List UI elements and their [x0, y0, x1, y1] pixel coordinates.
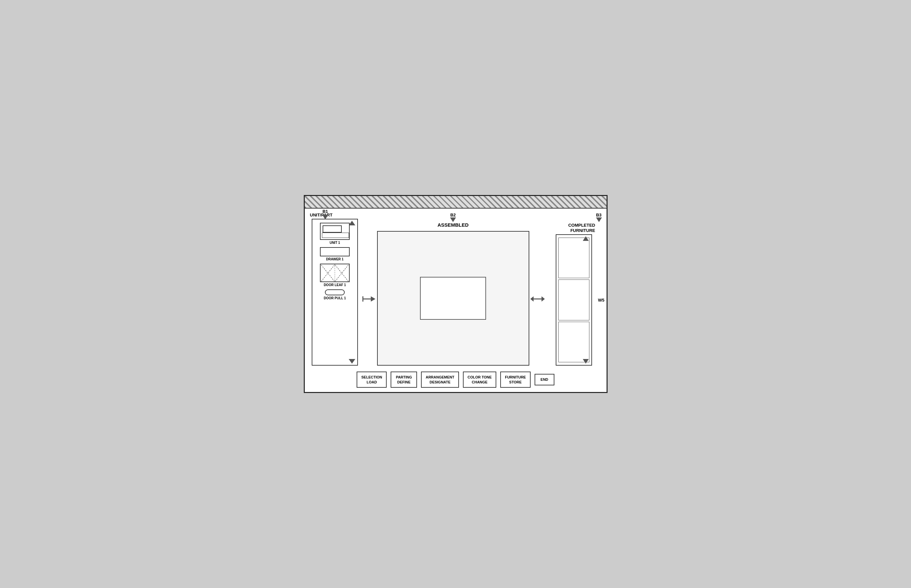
unit1-item[interactable]: UNIT 1	[315, 223, 354, 244]
selection-load-button[interactable]: SELECTION LOAD	[357, 372, 387, 388]
door-leaf1-label: DOOR LEAF 1	[324, 283, 346, 287]
right-scroll-panel: W5	[556, 234, 592, 366]
right-panel: B3 COMPLETED FURNITURE	[546, 213, 602, 366]
svg-marker-9	[530, 296, 534, 302]
furniture-section-2	[558, 279, 589, 320]
right-scroll-down[interactable]	[583, 359, 589, 363]
completed-label-line2: FURNITURE	[568, 228, 595, 233]
end-button[interactable]: END	[535, 374, 554, 385]
panel-items: UNIT 1 DRAWER 1	[312, 220, 357, 365]
unit1-label: UNIT 1	[330, 241, 340, 244]
door-pull1-label: DOOR PULL 1	[324, 296, 346, 300]
b1-arrow-down	[322, 215, 328, 220]
right-panel-labels: B3 COMPLETED FURNITURE	[546, 213, 602, 233]
drawer1-item[interactable]: DRAWER 1	[315, 247, 354, 261]
bottom-bar: SELECTION LOAD PARTING DEFINE ARRANGEMEN…	[305, 367, 607, 392]
w5-label: W5	[598, 298, 605, 302]
assembled-panel	[377, 231, 529, 366]
hatch-bar	[305, 196, 607, 208]
door-pull1-item[interactable]: DOOR PULL 1	[315, 289, 354, 300]
left-panel: UNIT/PART B1 UNIT 1	[309, 213, 361, 366]
furniture-section-3	[558, 322, 589, 362]
door-leaf1-shape	[320, 263, 350, 282]
assembled-label: ASSEMBLED	[437, 222, 469, 228]
drawer1-shape	[320, 247, 350, 256]
unit1-shape	[320, 223, 350, 240]
scroll-down-arrow[interactable]	[349, 359, 355, 363]
b3-arrow	[596, 218, 602, 222]
color-tone-change-button[interactable]: COLOR TONE CHANGE	[463, 372, 496, 388]
furniture-section-1	[558, 237, 589, 278]
parting-define-button[interactable]: PARTING DEFINE	[391, 372, 417, 388]
furniture-store-button[interactable]: FURNITURE STORE	[500, 372, 531, 388]
unit-part-label: UNIT/PART	[310, 213, 332, 218]
assembled-inner	[420, 277, 486, 320]
arrow-right	[361, 232, 377, 366]
arrangement-designate-button[interactable]: ARRANGEMENT DESIGNATE	[421, 372, 459, 388]
main-window: UNIT/PART B1 UNIT 1	[304, 195, 608, 393]
b2-label: B2	[450, 213, 456, 218]
unit1-seat	[322, 233, 349, 238]
door-svg	[320, 264, 349, 282]
right-panel-furniture	[557, 235, 591, 365]
main-content: UNIT/PART B1 UNIT 1	[305, 208, 607, 366]
right-scroll-up[interactable]	[583, 236, 589, 241]
unit1-inner	[323, 225, 342, 233]
scroll-up-arrow[interactable]	[349, 221, 355, 225]
w5-group: W5	[598, 298, 605, 302]
door-leaf1-item[interactable]: DOOR LEAF 1	[315, 263, 354, 287]
door-pull1-shape	[325, 289, 345, 295]
drawer1-label: DRAWER 1	[326, 257, 344, 261]
center-area: B2 ASSEMBLED	[377, 213, 529, 366]
b1-label: B1	[323, 209, 328, 214]
unit-scroll-panel: B1 UNIT 1	[312, 219, 358, 366]
svg-marker-6	[371, 296, 375, 302]
completed-label-line1: COMPLETED	[568, 223, 595, 228]
b2-arrow	[450, 218, 456, 222]
arrow-double	[529, 232, 546, 366]
svg-marker-10	[542, 296, 545, 302]
b3-label: B3	[596, 213, 602, 218]
